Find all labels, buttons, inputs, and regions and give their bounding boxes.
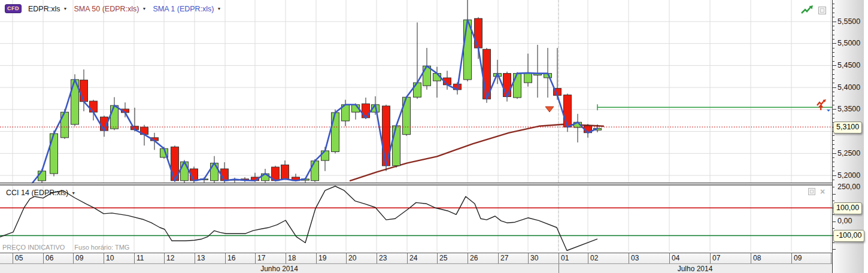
cci-tick-label-250: 250,00 — [837, 183, 860, 191]
date-cell: 11 — [134, 253, 164, 263]
axis-minor-tick — [833, 105, 834, 105]
axis-minor-tick — [833, 39, 834, 40]
axis-major-tick — [833, 109, 836, 110]
close-icon[interactable]: × — [820, 188, 825, 196]
maximize-icon[interactable] — [818, 7, 826, 14]
axis-minor-tick — [833, 74, 834, 75]
date-row: 0506091011121316171819202324252627300102… — [0, 253, 832, 263]
candle — [38, 171, 46, 181]
trend-indicator-icon[interactable] — [801, 5, 814, 15]
chevron-down-icon: ▼ — [63, 7, 67, 11]
date-cell: 13 — [195, 253, 225, 263]
chevron-down-icon: ▼ — [142, 7, 146, 11]
date-cell: 03 — [629, 253, 669, 263]
axis-major-tick — [833, 22, 836, 22]
sma1-dropdown[interactable]: SMA 1 (EDPR:xls) ▼ — [153, 5, 221, 13]
cci-legend: CCI 14 (EDPR:xls) ▼ — [6, 189, 75, 197]
cci-label: CCI 14 (EDPR:xls) — [6, 189, 68, 197]
candle — [181, 162, 189, 181]
date-cell: 08 — [751, 253, 791, 263]
cci-dropdown[interactable]: CCI 14 (EDPR:xls) ▼ — [6, 189, 75, 197]
cci-panel-toolbar: × — [808, 188, 825, 196]
axis-minor-tick — [833, 4, 834, 4]
axis-minor-tick — [833, 56, 834, 57]
date-cell: 05 — [13, 253, 43, 263]
price-axis[interactable]: 5,3100 250,00 100,00 0,00 -100,00 5,5500… — [832, 0, 863, 273]
axis-minor-tick — [833, 8, 834, 8]
axis-minor-tick — [833, 17, 834, 17]
date-cell: 27 — [498, 253, 528, 263]
axis-major-tick — [833, 65, 836, 66]
cci-axis-tick — [833, 249, 836, 250]
price-tick-label: 5,2000 — [837, 171, 860, 180]
date-cell: 12 — [164, 253, 195, 263]
date-cell: 26 — [468, 253, 498, 263]
axis-minor-tick — [833, 135, 834, 136]
price-tick-label: 5,2500 — [837, 149, 860, 157]
date-cell: 04 — [669, 253, 710, 263]
date-cell: 06 — [43, 253, 73, 263]
date-cell: 19 — [316, 253, 346, 263]
date-cell: 16 — [225, 253, 255, 263]
date-cell: 10 — [104, 253, 134, 263]
price-tick-label: 5,3500 — [837, 105, 860, 113]
date-cell: 09 — [791, 253, 831, 263]
axis-minor-tick — [833, 96, 834, 96]
axis-minor-tick — [833, 35, 834, 35]
candle — [503, 74, 511, 97]
cci-overbought-tag: 100,00 — [833, 202, 862, 214]
axis-minor-tick — [833, 92, 834, 92]
current-price-tag: 5,3100 — [833, 122, 862, 134]
date-cell: 17 — [255, 253, 286, 263]
candle — [475, 19, 482, 48]
cci-tick-label-0: 0,00 — [837, 217, 852, 225]
footer-note: PREÇO INDICATIVO Fuso horário: TMG — [2, 244, 129, 251]
axis-major-tick — [833, 175, 836, 176]
candle — [281, 165, 289, 179]
axis-minor-tick — [833, 13, 834, 13]
date-cell: 07 — [710, 253, 751, 263]
axis-minor-tick — [833, 157, 834, 158]
axis-minor-tick — [833, 30, 834, 31]
date-cell: 18 — [286, 253, 316, 263]
candle — [111, 105, 119, 129]
date-cell: 02 — [588, 253, 629, 263]
axis-major-tick — [833, 87, 836, 88]
sma50-dropdown[interactable]: SMA 50 (EDPR:xls) ▼ — [74, 5, 146, 13]
axis-minor-tick — [833, 52, 834, 53]
cci-oversold-tag: -100,00 — [833, 230, 864, 242]
axis-major-tick — [833, 43, 836, 44]
price-alert-icon[interactable] — [817, 99, 832, 112]
time-axis[interactable]: 0506091011121316171819202324252627300102… — [0, 253, 832, 273]
candle — [211, 163, 218, 180]
date-cell: 23 — [377, 253, 407, 263]
month-label-july: Julho 2014 — [559, 264, 831, 273]
price-panel-toolbar — [801, 5, 826, 15]
date-cell: 01 — [559, 253, 588, 263]
panel-divider — [0, 183, 832, 184]
candle — [321, 151, 329, 160]
candle — [80, 80, 88, 102]
chevron-down-icon: ▼ — [217, 7, 221, 11]
sma1-label: SMA 1 (EDPR:xls) — [153, 5, 214, 13]
axis-minor-tick — [833, 114, 834, 114]
chart-canvas[interactable] — [0, 0, 832, 253]
cci-axis-tick — [833, 242, 834, 243]
price-tick-label: 5,5500 — [837, 17, 860, 26]
month-label-june: Junho 2014 — [0, 264, 559, 273]
cci-axis-tick — [833, 201, 834, 201]
candle — [564, 95, 572, 128]
candle — [362, 104, 370, 118]
price-tick-label: 5,4000 — [837, 83, 860, 92]
date-cell: 25 — [437, 253, 468, 263]
panel-divider — [0, 183, 832, 183]
cci-axis-tick — [833, 228, 834, 229]
restore-icon[interactable] — [808, 188, 816, 196]
price-tick-label: 5,4500 — [837, 61, 860, 69]
candle — [90, 101, 98, 112]
cci-axis-tick — [833, 187, 834, 187]
symbol-dropdown[interactable]: EDPR:xls ▼ — [28, 5, 67, 13]
axis-minor-tick — [833, 140, 834, 141]
axis-minor-tick — [833, 101, 834, 101]
indicative-price-note: PREÇO INDICATIVO — [2, 244, 65, 251]
